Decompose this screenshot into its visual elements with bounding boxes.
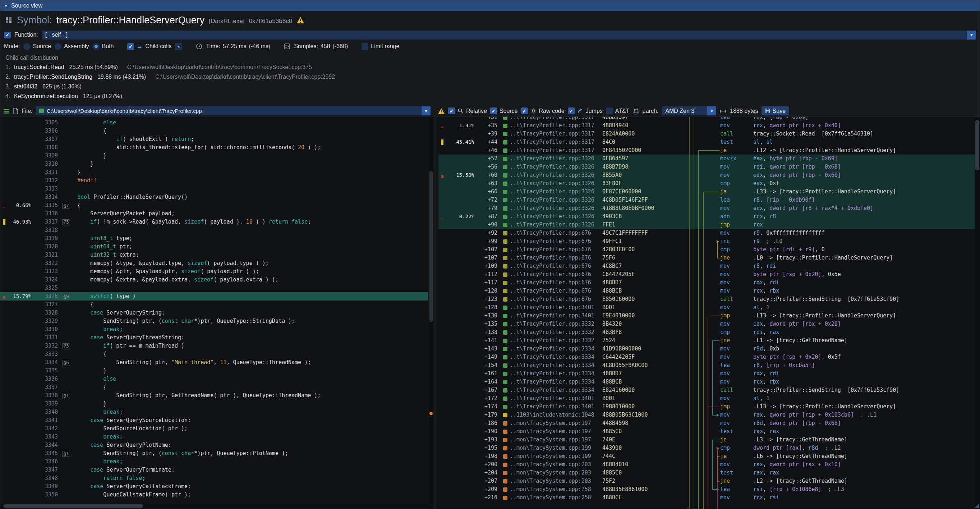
source-line[interactable]: 3350 QueueCallstackFrame( ptr ); (0, 491, 428, 499)
instruction-source-location[interactable]: ..t\TracyProfiler.cpp:3326 (503, 180, 602, 188)
child-calls-expand-button[interactable]: ▲ (175, 43, 182, 50)
instruction-source-location[interactable]: ..t\TracyProfiler.cpp:3401 (503, 312, 602, 320)
assembly-row[interactable]: +179..1103\include\atomic:1048488B05B63C… (438, 411, 975, 419)
instruction-source-location[interactable]: ..t\TracyProfiler.cpp:3326 (503, 196, 602, 204)
instruction-source-location[interactable]: ..t\TracyProfiler.cpp:3401 (503, 304, 602, 312)
instruction-source-location[interactable]: ..mon\TracySystem.cpp:197 (503, 428, 602, 436)
assembly-vertical-scrollbar-thumb[interactable] (975, 120, 979, 170)
instruction-source-location[interactable]: ..t\TracyProfiler.cpp:3317 (503, 121, 602, 130)
instruction-source-location[interactable]: ..mon\TracySystem.cpp:199 (503, 444, 602, 452)
source-line[interactable]: 3332@3 if( ptr == m_mainThread ) (0, 342, 428, 350)
instruction-source-location[interactable]: ..t\TracyProfiler.cpp:3334 (503, 345, 602, 353)
pane-splitter[interactable] (433, 117, 436, 509)
instruction-source-location[interactable]: ..t\TracyProfiler.cpp:3326 (503, 212, 602, 221)
source-line[interactable]: 3311} (0, 168, 428, 177)
assembly-row[interactable]: +138..t\TracyProfiler.cpp:3332483BF8cmpr… (438, 328, 975, 336)
source-line[interactable]: 3341 case ServerQuerySourceLocation: (0, 416, 428, 425)
instruction-source-location[interactable]: ..t\TracyProfiler.cpp:3317 (503, 138, 602, 146)
instruction-source-location[interactable]: ..t\TracyProfiler.cpp:3332 (503, 320, 602, 328)
function-combo[interactable]: [ - self - ] ▼ (42, 30, 976, 40)
child-call-item[interactable]: 1.tracy::Socket::Read25.25 ms (54.89%)C:… (5, 62, 980, 72)
source-vertical-scrollbar[interactable] (429, 117, 433, 504)
raw-code-toggle[interactable]: Raw code (521, 108, 565, 114)
source-line[interactable]: 3348 return false; (0, 474, 428, 482)
relative-checkbox[interactable] (448, 108, 455, 114)
uarch-combo[interactable]: AMD Zen 3 ▼ (662, 107, 716, 115)
assembly-row[interactable]: +66..t\TracyProfiler.cpp:33260F87CE06000… (438, 188, 975, 196)
assembly-row[interactable]: 0.22%+87..t\TracyProfiler.cpp:33264903C8… (438, 212, 975, 221)
instruction-source-location[interactable]: ..t\TracyProfiler.hpp:676 (503, 254, 602, 262)
save-button[interactable]: Save (762, 107, 789, 115)
assembly-row[interactable]: +79..t\TracyProfiler.cpp:3326418B8C80E0B… (438, 204, 975, 212)
instruction-source-location[interactable]: ..t\TracyProfiler.cpp:3326 (503, 188, 602, 196)
assembly-row[interactable]: +52..t\TracyProfiler.cpp:33260FB64597mov… (438, 154, 975, 163)
instruction-source-location[interactable]: ..t\TracyProfiler.hpp:676 (503, 295, 602, 304)
source-line[interactable]: 3333 { (0, 350, 428, 358)
source-line[interactable]: 3322 memcpy( &type, &payload.type, sizeo… (0, 259, 428, 267)
source-line[interactable]: 3305 else (0, 119, 428, 127)
source-line[interactable]: 3340 break; (0, 408, 428, 416)
radio-assembly-circle[interactable] (55, 43, 62, 50)
source-line[interactable]: 3331 case ServerQueryThreadString: (0, 334, 428, 342)
source-line[interactable]: 3346 break; (0, 458, 428, 466)
assembly-row[interactable]: +123..t\TracyProfiler.hpp:676E850160000c… (438, 295, 975, 304)
assembly-row[interactable]: +102..t\TracyProfiler.hpp:67642803C0F00c… (438, 245, 975, 254)
jumps-toggle[interactable]: Jumps (568, 108, 603, 114)
uarch-combo-arrow-icon[interactable]: ▼ (707, 107, 716, 115)
assembly-row[interactable]: +120..t\TracyProfiler.hpp:676488BCBmovrc… (438, 287, 975, 295)
jumps-checkbox[interactable] (568, 108, 574, 114)
source-line[interactable]: 3319 uint8_t type; (0, 234, 428, 243)
assembly-row[interactable]: 1.31%+35..t\TracyProfiler.cpp:3317488B49… (438, 121, 975, 130)
instruction-source-location[interactable]: ..t\TracyProfiler.hpp:676 (503, 229, 602, 237)
instruction-source-location[interactable]: ..mon\TracySystem.cpp:203 (503, 477, 602, 485)
child-call-item[interactable]: 4.KeSynchronizeExecution125 μs (0.27%) (5, 91, 980, 100)
assembly-row[interactable]: +164..t\TracyProfiler.cpp:3334488BCBmovr… (438, 378, 975, 386)
assembly-row[interactable]: +90..t\TracyProfiler.cpp:3326FFE1jmprcx (438, 221, 975, 229)
instruction-source-location[interactable]: ..t\TracyProfiler.hpp:676 (503, 287, 602, 295)
assembly-row[interactable]: +92..t\TracyProfiler.hpp:67649C7C1FFFFFF… (438, 229, 975, 237)
source-checkbox[interactable] (490, 108, 497, 114)
assembly-row[interactable]: +216..mon\TracySystem.cpp:258488BCEmovrc… (438, 493, 975, 502)
instruction-source-location[interactable]: ..mon\TracySystem.cpp:203 (503, 469, 602, 477)
instruction-source-location[interactable]: ..t\TracyProfiler.cpp:3332 (503, 336, 602, 345)
assembly-row[interactable]: +207..mon\TracySystem.cpp:20375F2jne.L2 … (438, 477, 975, 485)
assembly-row[interactable]: +167..t\TracyProfiler.cpp:3334E824160000… (438, 386, 975, 394)
assembly-row[interactable]: +174..t\TracyProfiler.cpp:3401E9B8010000… (438, 402, 975, 411)
titlebar[interactable]: ▼ Source view (0, 0, 980, 11)
source-line[interactable]: 3328 case ServerQueryString: (0, 309, 428, 317)
assembly-row[interactable]: +135..t\TracyProfiler.cpp:33328B4320move… (438, 320, 975, 328)
source-line[interactable]: 3344 case ServerQueryPlotName: (0, 441, 428, 449)
instruction-source-location[interactable]: ..t\TracyProfiler.cpp:3334 (503, 361, 602, 369)
instruction-source-location[interactable]: ..t\TracyProfiler.cpp:3334 (503, 369, 602, 378)
source-horizontal-scrollbar[interactable] (0, 504, 429, 509)
source-line[interactable]: 3343 break; (0, 433, 428, 441)
assembly-row[interactable]: +128..t\TracyProfiler.cpp:3401B001moval,… (438, 304, 975, 312)
instruction-source-location[interactable]: ..mon\TracySystem.cpp:203 (503, 460, 602, 469)
relative-toggle[interactable]: Relative (448, 108, 487, 114)
instruction-source-location[interactable]: ..t\TracyProfiler.cpp:3326 (503, 171, 602, 180)
assembly-row[interactable]: +72..t\TracyProfiler.cpp:33264C8D05F146F… (438, 196, 975, 204)
function-combo-arrow-icon[interactable]: ▼ (967, 30, 976, 40)
assembly-row[interactable]: +112..t\TracyProfiler.hpp:676C64424205Em… (438, 270, 975, 278)
child-calls-checkbox[interactable] (127, 43, 134, 50)
source-vertical-scrollbar-thumb[interactable] (430, 171, 433, 322)
file-combo-arrow-icon[interactable]: ▼ (422, 107, 431, 115)
source-line[interactable]: 3330 break; (0, 325, 428, 334)
instruction-source-location[interactable]: ..t\TracyProfiler.cpp:3401 (503, 394, 602, 402)
assembly-row[interactable]: +56..t\TracyProfiler.cpp:3326488B7D98mov… (438, 163, 975, 171)
source-toggle[interactable]: Source (490, 108, 518, 114)
assembly-row[interactable]: +109..t\TracyProfiler.hpp:6764C8BC7movr8… (438, 262, 975, 270)
assembly-row[interactable]: +99..t\TracyProfiler.hpp:67649FFC1incr9 … (438, 237, 975, 245)
file-list-icon[interactable] (3, 108, 10, 114)
source-line[interactable]: 3329 SendString( ptr, (const char*)ptr, … (0, 317, 428, 325)
assembly-row[interactable]: +31..t\TracyProfiler.cpp:3317488D5597lea… (438, 117, 975, 121)
instruction-source-location[interactable]: ..t\TracyProfiler.cpp:3334 (503, 353, 602, 361)
instruction-source-location[interactable]: ..t\TracyProfiler.cpp:3317 (503, 130, 602, 138)
source-line[interactable]: 3314bool Profiler::HandleServerQuery() (0, 193, 428, 201)
instruction-source-location[interactable]: ..t\TracyProfiler.cpp:3334 (503, 378, 602, 386)
source-line[interactable]: 3342 SendSourceLocation( ptr ); (0, 425, 428, 433)
source-line[interactable]: 3337 { (0, 383, 428, 391)
assembly-row[interactable]: +209..mon\TracySystem.cpp:258488D35E8861… (438, 485, 975, 493)
instruction-source-location[interactable]: ..t\TracyProfiler.cpp:3326 (503, 154, 602, 163)
limit-range-toggle[interactable]: Limit range (361, 43, 399, 50)
